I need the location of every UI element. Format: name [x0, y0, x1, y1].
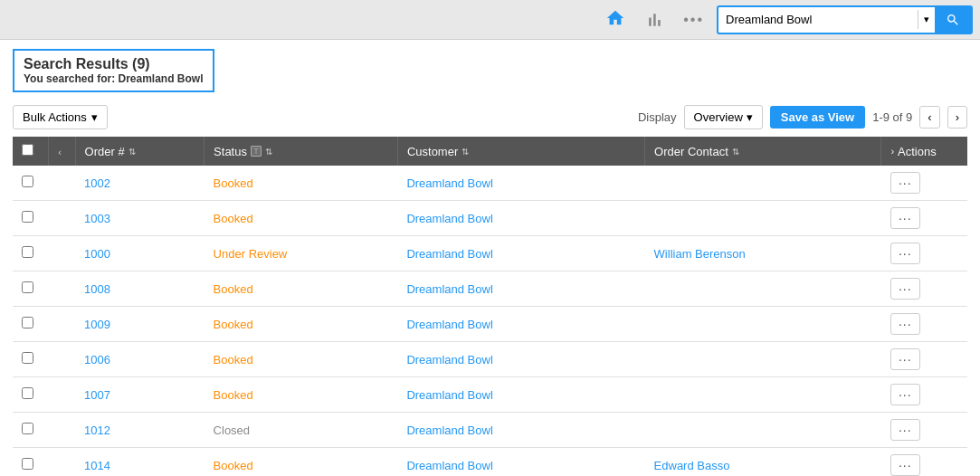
table-row: 1002 Booked Dreamland Bowl ···: [13, 166, 967, 201]
select-all-header: [13, 137, 49, 166]
table-row: 1008 Booked Dreamland Bowl ···: [13, 271, 967, 307]
order-link-5[interactable]: 1006: [84, 353, 110, 367]
order-num-header[interactable]: Order # ⇅: [75, 137, 205, 166]
row-order-num-cell: 1006: [75, 342, 205, 377]
more-button[interactable]: •••: [676, 8, 711, 32]
order-link-3[interactable]: 1008: [84, 282, 110, 296]
order-link-6[interactable]: 1007: [84, 388, 110, 402]
row-expand-cell: [49, 236, 75, 271]
customer-link-8[interactable]: Dreamland Bowl: [406, 459, 492, 472]
status-badge: Booked: [214, 353, 253, 367]
contact-link-2[interactable]: William Berenson: [654, 247, 746, 261]
customer-link-3[interactable]: Dreamland Bowl: [406, 282, 492, 296]
row-order-num-cell: 1012: [75, 413, 205, 448]
row-expand-cell: [49, 377, 75, 413]
row-contact-cell: [645, 201, 881, 236]
order-link-8[interactable]: 1014: [84, 459, 110, 472]
row-checkbox-3[interactable]: [22, 281, 33, 293]
row-order-num-cell: 1003: [75, 201, 205, 236]
table-row: 1006 Booked Dreamland Bowl ···: [13, 342, 967, 377]
row-actions-cell: ···: [881, 448, 967, 477]
row-expand-cell: [49, 307, 75, 342]
row-checkbox-5[interactable]: [22, 352, 33, 364]
select-all-checkbox[interactable]: [22, 144, 33, 156]
collapse-header: ‹: [49, 137, 75, 166]
row-order-num-cell: 1009: [75, 307, 205, 342]
row-actions-cell: ···: [881, 236, 967, 271]
row-actions-button-6[interactable]: ···: [890, 384, 920, 405]
customer-link-0[interactable]: Dreamland Bowl: [406, 176, 492, 190]
row-contact-cell: [645, 342, 881, 377]
order-link-4[interactable]: 1009: [84, 318, 110, 331]
customer-link-4[interactable]: Dreamland Bowl: [406, 318, 492, 331]
row-checkbox-8[interactable]: [22, 458, 33, 470]
row-checkbox-0[interactable]: [22, 176, 33, 187]
searched-for-label: You searched for:: [24, 72, 115, 85]
search-box: ▾: [717, 5, 973, 34]
order-link-1[interactable]: 1003: [84, 212, 110, 225]
row-expand-cell: [49, 342, 75, 377]
overview-button[interactable]: Overview ▾: [684, 105, 763, 129]
customer-link-1[interactable]: Dreamland Bowl: [406, 212, 492, 225]
chart-button[interactable]: [638, 7, 671, 33]
customer-link-2[interactable]: Dreamland Bowl: [406, 247, 492, 261]
table-body: 1002 Booked Dreamland Bowl ··· 1003 Book…: [13, 166, 967, 476]
contact-sort-icon: ⇅: [732, 147, 739, 157]
save-as-view-button[interactable]: Save as View: [770, 106, 865, 129]
collapse-icon: ‹: [58, 147, 62, 157]
pagination-next-button[interactable]: ›: [947, 106, 967, 129]
search-term: Dreamland Bowl: [118, 72, 203, 85]
contact-link-8[interactable]: Edward Basso: [654, 459, 730, 472]
row-checkbox-cell: [13, 342, 49, 377]
bulk-actions-button[interactable]: Bulk Actions ▾: [13, 105, 108, 129]
row-contact-cell: [645, 271, 881, 307]
row-actions-button-7[interactable]: ···: [890, 419, 920, 441]
order-link-2[interactable]: 1000: [84, 247, 110, 261]
row-actions-button-5[interactable]: ···: [890, 348, 920, 370]
row-checkbox-7[interactable]: [22, 423, 33, 434]
row-actions-button-1[interactable]: ···: [890, 207, 920, 229]
table-row: 1000 Under Review Dreamland Bowl William…: [13, 236, 967, 271]
toolbar-right: Display Overview ▾ Save as View 1-9 of 9…: [638, 105, 967, 129]
status-filter-icon[interactable]: T: [251, 146, 262, 157]
status-badge: Closed: [214, 424, 250, 437]
order-contact-header[interactable]: Order Contact ⇅: [645, 137, 881, 166]
customer-link-6[interactable]: Dreamland Bowl: [406, 388, 492, 402]
row-actions-button-3[interactable]: ···: [890, 278, 920, 300]
row-status-cell: Booked: [205, 342, 398, 377]
row-actions-button-4[interactable]: ···: [890, 313, 920, 335]
row-customer-cell: Dreamland Bowl: [397, 236, 644, 271]
status-header[interactable]: Status T ⇅: [205, 137, 398, 166]
order-link-0[interactable]: 1002: [84, 176, 110, 190]
order-link-7[interactable]: 1012: [84, 424, 110, 437]
table-row: 1009 Booked Dreamland Bowl ···: [13, 307, 967, 342]
bulk-actions-label: Bulk Actions: [23, 110, 87, 124]
customer-link-7[interactable]: Dreamland Bowl: [406, 424, 492, 437]
main-content: Search Results (9) You searched for: Dre…: [0, 40, 980, 476]
pagination-prev-button[interactable]: ‹: [919, 106, 939, 129]
search-dropdown-button[interactable]: ▾: [918, 10, 935, 29]
row-checkbox-2[interactable]: [22, 246, 33, 258]
row-checkbox-4[interactable]: [22, 317, 33, 328]
overview-label: Overview: [694, 110, 743, 124]
row-expand-cell: [49, 271, 75, 307]
row-status-cell: Booked: [205, 166, 398, 201]
row-actions-cell: ···: [881, 271, 967, 307]
row-actions-button-0[interactable]: ···: [890, 172, 920, 194]
status-badge: Booked: [214, 176, 253, 190]
row-actions-button-2[interactable]: ···: [890, 243, 920, 264]
row-actions-cell: ···: [881, 201, 967, 236]
row-checkbox-1[interactable]: [22, 211, 33, 223]
search-input[interactable]: [718, 9, 918, 30]
customer-header[interactable]: Customer ⇅: [397, 137, 644, 166]
row-contact-cell: [645, 166, 881, 201]
row-checkbox-6[interactable]: [22, 387, 33, 399]
customer-link-5[interactable]: Dreamland Bowl: [406, 353, 492, 367]
row-actions-button-8[interactable]: ···: [890, 454, 920, 476]
home-button[interactable]: [598, 5, 633, 34]
row-order-num-cell: 1002: [75, 166, 205, 201]
row-expand-cell: [49, 413, 75, 448]
status-sort-icon: ⇅: [265, 147, 272, 157]
row-customer-cell: Dreamland Bowl: [397, 377, 644, 413]
search-go-button[interactable]: [935, 7, 971, 33]
